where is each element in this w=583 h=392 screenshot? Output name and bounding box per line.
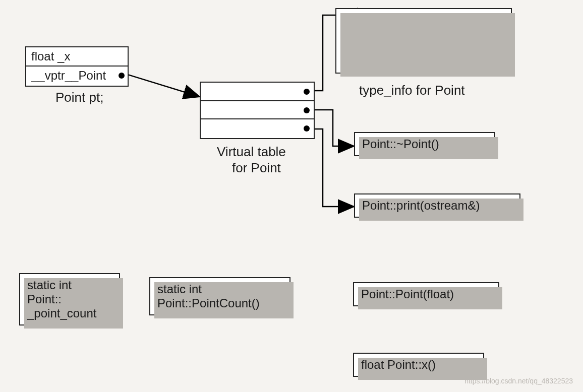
- object-field-vptr: __vptr__Point: [26, 67, 128, 86]
- vtable-slot-2: [201, 119, 314, 138]
- static-var-line1: static int: [27, 278, 112, 292]
- static-var-line3: _point_count: [27, 306, 112, 320]
- func-ctor-label: Point::Point(float): [361, 287, 454, 301]
- vtable-slot-0: [201, 83, 314, 101]
- static-var-line2: Point::: [27, 292, 112, 306]
- svg-line-0: [128, 75, 200, 97]
- func-x-box: float Point::x(): [353, 353, 484, 377]
- vtable-dot-1-icon: [304, 107, 310, 113]
- object-field-vptr-label: __vptr__Point: [31, 69, 106, 82]
- object-field-x: float _x: [26, 47, 128, 67]
- func-dtor-label: Point::~Point(): [362, 137, 439, 151]
- func-print-label: Point::print(ostream&): [362, 199, 480, 212]
- point-object-box: float _x __vptr__Point: [25, 46, 129, 87]
- virtual-table-box: [200, 82, 315, 139]
- func-ctor-box: Point::Point(float): [353, 282, 499, 306]
- func-x-label: float Point::x(): [361, 358, 436, 371]
- point-object-caption: Point pt;: [55, 90, 103, 105]
- object-field-x-label: float _x: [31, 49, 70, 63]
- static-fn-line1: static int: [157, 282, 282, 296]
- func-dtor-box: Point::~Point(): [354, 132, 495, 156]
- vtable-dot-2-icon: [304, 125, 310, 132]
- static-fn-line2: Point::PointCount(): [157, 296, 282, 310]
- vtable-slot-1: [201, 101, 314, 120]
- vtable-dot-0-icon: [304, 89, 310, 95]
- typeinfo-caption: type_info for Point: [359, 83, 465, 98]
- vtable-caption-line2: for Point: [232, 160, 281, 176]
- vptr-dot-icon: [119, 73, 125, 79]
- static-fn-box: static int Point::PointCount(): [149, 277, 290, 315]
- static-var-box: static int Point:: _point_count: [19, 273, 120, 325]
- vtable-caption-line1: Virtual table: [217, 144, 286, 160]
- typeinfo-box: [335, 8, 512, 74]
- func-print-box: Point::print(ostream&): [354, 193, 520, 218]
